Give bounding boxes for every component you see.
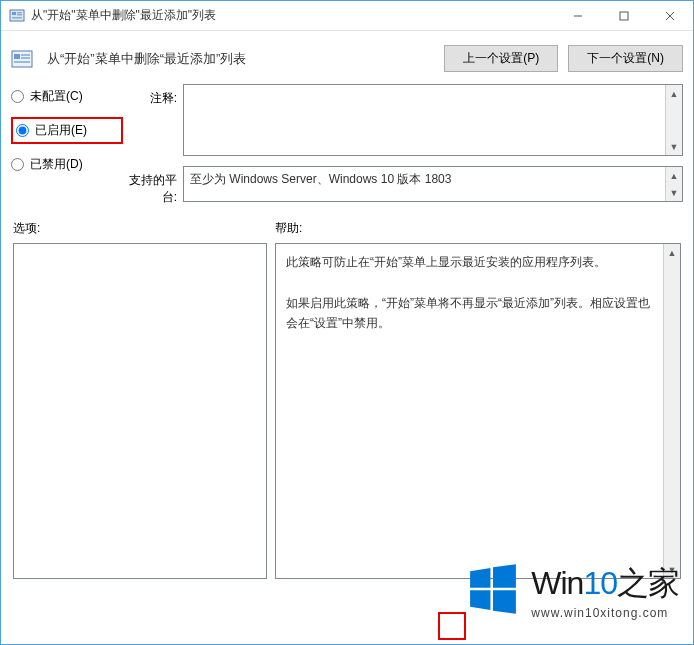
window-controls: [555, 1, 693, 30]
svg-marker-16: [470, 590, 490, 610]
options-label: 选项:: [13, 220, 275, 237]
radio-disabled[interactable]: 已禁用(D): [11, 156, 123, 173]
scroll-down-icon[interactable]: ▼: [666, 138, 682, 155]
comment-label: 注释:: [123, 84, 183, 107]
scroll-down-icon[interactable]: ▼: [666, 184, 682, 201]
brand-suffix: 之家: [617, 565, 679, 601]
policy-icon: [11, 48, 33, 70]
toolbar: 从“开始”菜单中删除“最近添加”列表 上一个设置(P) 下一个设置(N): [1, 31, 693, 84]
radio-group: 未配置(C) 已启用(E) 已禁用(D): [11, 84, 123, 173]
svg-rect-3: [17, 14, 22, 16]
comment-value: [184, 85, 665, 155]
radio-not-configured-input[interactable]: [11, 90, 24, 103]
maximize-button[interactable]: [601, 1, 647, 30]
enabled-highlight: 已启用(E): [11, 117, 123, 144]
policy-title: 从“开始”菜单中删除“最近添加”列表: [47, 50, 434, 68]
comment-textbox[interactable]: ▲ ▼: [183, 84, 683, 156]
svg-rect-1: [12, 12, 16, 15]
radio-not-configured[interactable]: 未配置(C): [11, 88, 123, 105]
help-box: 此策略可防止在“开始”菜单上显示最近安装的应用程序列表。 如果启用此策略，“开始…: [275, 243, 681, 579]
radio-enabled-label: 已启用(E): [35, 122, 87, 139]
watermark-brand: Win10之家: [531, 562, 679, 606]
svg-rect-6: [620, 12, 628, 20]
radio-disabled-input[interactable]: [11, 158, 24, 171]
next-setting-button[interactable]: 下一个设置(N): [568, 45, 683, 72]
radio-not-configured-label: 未配置(C): [30, 88, 83, 105]
scroll-up-icon[interactable]: ▲: [664, 244, 680, 261]
windows-logo-icon: [465, 561, 521, 620]
svg-marker-14: [470, 568, 490, 588]
svg-rect-2: [17, 12, 22, 14]
options-box: [13, 243, 267, 579]
bottom-grid: 此策略可防止在“开始”菜单上显示最近安装的应用程序列表。 如果启用此策略，“开始…: [11, 243, 683, 579]
scroll-up-icon[interactable]: ▲: [666, 85, 682, 102]
top-grid: 未配置(C) 已启用(E) 已禁用(D) 注释: ▲ ▼ 支持的平台:: [11, 84, 683, 206]
svg-rect-13: [14, 61, 30, 63]
help-content: 此策略可防止在“开始”菜单上显示最近安装的应用程序列表。 如果启用此策略，“开始…: [276, 244, 663, 578]
comment-scrollbar[interactable]: ▲ ▼: [665, 85, 682, 155]
supported-scrollbar[interactable]: ▲ ▼: [665, 167, 682, 201]
mid-labels: 选项: 帮助:: [11, 206, 683, 243]
radio-enabled[interactable]: 已启用(E): [16, 122, 118, 139]
supported-value: 至少为 Windows Server、Windows 10 版本 1803: [184, 167, 665, 201]
minimize-button[interactable]: [555, 1, 601, 30]
svg-rect-4: [12, 17, 22, 19]
svg-rect-11: [21, 54, 30, 56]
scroll-up-icon[interactable]: ▲: [666, 167, 682, 184]
help-label: 帮助:: [275, 220, 681, 237]
watermark-text: Win10之家 www.win10xitong.com: [531, 562, 679, 620]
radio-disabled-label: 已禁用(D): [30, 156, 83, 173]
app-icon: [9, 8, 25, 24]
supported-label: 支持的平台:: [123, 166, 183, 206]
svg-marker-15: [493, 564, 516, 588]
previous-setting-button[interactable]: 上一个设置(P): [444, 45, 558, 72]
svg-rect-12: [21, 57, 30, 59]
svg-rect-10: [14, 54, 20, 59]
watermark: Win10之家 www.win10xitong.com: [465, 561, 679, 620]
watermark-url: www.win10xitong.com: [531, 606, 679, 620]
ok-button-highlight: [438, 612, 466, 640]
close-button[interactable]: [647, 1, 693, 30]
help-line2: 如果启用此策略，“开始”菜单将不再显示“最近添加”列表。相应设置也会在“设置”中…: [286, 293, 653, 334]
svg-marker-17: [493, 590, 516, 614]
help-scrollbar[interactable]: ▲ ▼: [663, 244, 680, 578]
window-title: 从"开始"菜单中删除"最近添加"列表: [31, 7, 555, 24]
titlebar: 从"开始"菜单中删除"最近添加"列表: [1, 1, 693, 31]
radio-enabled-input[interactable]: [16, 124, 29, 137]
help-line1: 此策略可防止在“开始”菜单上显示最近安装的应用程序列表。: [286, 252, 653, 272]
main-area: 未配置(C) 已启用(E) 已禁用(D) 注释: ▲ ▼ 支持的平台:: [1, 84, 693, 587]
supported-textbox: 至少为 Windows Server、Windows 10 版本 1803 ▲ …: [183, 166, 683, 202]
brand-accent: 10: [583, 565, 617, 601]
brand-prefix: Win: [531, 565, 583, 601]
